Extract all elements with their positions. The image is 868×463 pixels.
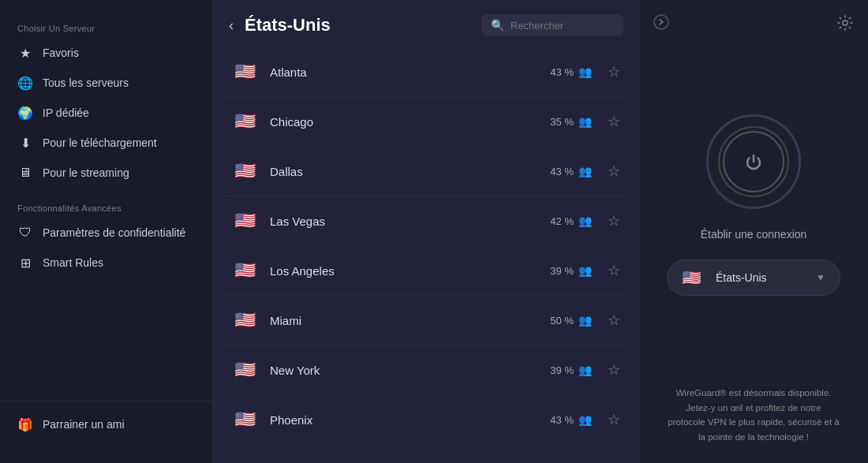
server-load: 43 % <box>550 414 574 426</box>
server-panel: ‹ États-Unis 🔍 🇺🇸 Atlanta 43 % 👥 ☆ 🇺🇸 Ch… <box>213 0 639 463</box>
server-flag: 🇺🇸 <box>230 107 259 136</box>
right-panel: Établir une connexion 🇺🇸 États-Unis ▼ Wi… <box>639 0 868 463</box>
server-flag: 🇺🇸 <box>230 58 259 86</box>
sidebar-section-advanced: Fonctionnalités Avancées <box>0 196 212 218</box>
back-chevron-icon: ‹ <box>229 17 234 34</box>
country-selector[interactable]: 🇺🇸 États-Unis ▼ <box>667 260 840 296</box>
arrow-right-icon <box>653 14 669 30</box>
users-icon: 👥 <box>578 65 592 78</box>
server-list: 🇺🇸 Atlanta 43 % 👥 ☆ 🇺🇸 Chicago 35 % 👥 ☆ … <box>213 47 639 463</box>
favorite-button[interactable]: ☆ <box>606 260 622 281</box>
sidebar-item-telechargement-label: Pour le téléchargement <box>43 136 157 149</box>
users-icon: 👥 <box>578 115 592 128</box>
sidebar-item-smart-rules[interactable]: ⊞ Smart Rules <box>0 248 212 278</box>
sidebar-section-choose-server: Choisir Un Serveur <box>0 16 212 38</box>
chevron-down-icon: ▼ <box>816 272 825 283</box>
sidebar-item-favoris[interactable]: ★ Favoris <box>0 38 212 68</box>
sidebar-item-telechargement[interactable]: ⬇ Pour le téléchargement <box>0 128 212 158</box>
sidebar-item-ip-dediee[interactable]: 🌍 IP dédiée <box>0 98 212 128</box>
server-row[interactable]: 🇺🇸 Las Vegas 42 % 👥 ☆ <box>221 196 631 246</box>
power-inner-ring <box>718 126 789 197</box>
sidebar-item-confidentialite-label: Paramètres de confidentialité <box>43 226 185 239</box>
gear-icon <box>836 14 854 32</box>
server-name: Miami <box>270 314 550 327</box>
country-name: États-Unis <box>716 271 808 284</box>
country-flag: 🇺🇸 <box>682 268 702 287</box>
sidebar-item-tous-serveurs-label: Tous les serveurs <box>43 77 129 89</box>
server-flag: 🇺🇸 <box>230 157 259 185</box>
favorite-button[interactable]: ☆ <box>606 310 622 330</box>
sidebar-item-smart-rules-label: Smart Rules <box>43 256 103 269</box>
search-input[interactable] <box>511 20 614 32</box>
server-load: 35 % <box>550 116 574 128</box>
globe2-icon: 🌍 <box>17 105 33 121</box>
sidebar-item-parrainer[interactable]: 🎁 Parrainer un ami <box>0 409 212 439</box>
star-icon: ★ <box>17 45 33 61</box>
gift-icon: 🎁 <box>17 416 33 432</box>
favorite-button[interactable]: ☆ <box>606 161 622 181</box>
wireguard-notice: WireGuard® est désormais disponible. Jet… <box>667 386 840 444</box>
users-icon: 👥 <box>578 264 592 277</box>
users-icon: 👥 <box>578 413 592 426</box>
sidebar: Choisir Un Serveur ★ Favoris 🌐 Tous les … <box>0 0 213 463</box>
server-load: 42 % <box>550 215 574 227</box>
server-flag: 🇺🇸 <box>230 207 259 235</box>
svg-point-1 <box>843 21 847 25</box>
favorite-button[interactable]: ☆ <box>606 360 622 380</box>
search-box: 🔍 <box>481 14 623 36</box>
favorite-button[interactable]: ☆ <box>606 62 622 82</box>
settings-button[interactable] <box>836 14 854 35</box>
svg-point-0 <box>654 15 668 29</box>
sidebar-item-streaming-label: Pour le streaming <box>43 166 129 179</box>
favorite-button[interactable]: ☆ <box>606 409 622 430</box>
sidebar-item-streaming[interactable]: 🖥 Pour le streaming <box>0 158 212 188</box>
sidebar-item-parrainer-label: Parrainer un ami <box>43 418 125 431</box>
connection-label: Établir une connexion <box>701 228 807 241</box>
server-load: 39 % <box>550 364 574 376</box>
users-icon: 👥 <box>578 165 592 177</box>
sidebar-item-favoris-label: Favoris <box>43 47 79 59</box>
server-name: Las Vegas <box>270 215 550 228</box>
server-row[interactable]: 🇺🇸 New York 39 % 👥 ☆ <box>221 345 631 395</box>
server-load: 43 % <box>550 66 574 78</box>
shield-icon: 🛡 <box>17 225 33 241</box>
power-button[interactable] <box>723 131 784 192</box>
power-section: Établir une connexion 🇺🇸 États-Unis ▼ <box>667 24 840 386</box>
server-row[interactable]: 🇺🇸 Phoenix 43 % 👥 ☆ <box>221 395 631 445</box>
power-icon <box>741 149 766 174</box>
panel-header: ‹ États-Unis 🔍 <box>213 0 639 47</box>
sidebar-item-tous-serveurs[interactable]: 🌐 Tous les serveurs <box>0 68 212 98</box>
power-ring <box>706 114 801 209</box>
server-load: 50 % <box>550 315 574 327</box>
server-load: 39 % <box>550 265 574 277</box>
server-name: Phoenix <box>270 413 550 427</box>
globe-icon: 🌐 <box>17 75 33 91</box>
server-name: New York <box>270 364 550 377</box>
server-row[interactable]: 🇺🇸 Miami 50 % 👥 ☆ <box>221 296 631 345</box>
server-name: Chicago <box>270 115 550 129</box>
sidebar-item-confidentialite[interactable]: 🛡 Paramètres de confidentialité <box>0 218 212 248</box>
users-icon: 👥 <box>578 364 592 376</box>
server-name: Dallas <box>270 165 550 178</box>
favorite-button[interactable]: ☆ <box>606 111 622 132</box>
back-button[interactable]: ‹ <box>229 17 234 34</box>
search-icon: 🔍 <box>491 19 504 32</box>
users-icon: 👥 <box>578 314 592 327</box>
forward-button[interactable] <box>653 14 669 34</box>
grid-icon: ⊞ <box>17 255 33 271</box>
server-load: 43 % <box>550 166 574 177</box>
server-name: Atlanta <box>270 65 550 79</box>
favorite-button[interactable]: ☆ <box>606 211 622 231</box>
server-row[interactable]: 🇺🇸 Los Angeles 39 % 👥 ☆ <box>221 246 631 296</box>
monitor-icon: 🖥 <box>17 165 33 181</box>
server-flag: 🇺🇸 <box>230 356 259 384</box>
server-row[interactable]: 🇺🇸 Atlanta 43 % 👥 ☆ <box>221 47 631 97</box>
server-flag: 🇺🇸 <box>230 306 259 334</box>
server-flag: 🇺🇸 <box>230 256 259 285</box>
server-name: Los Angeles <box>270 264 550 278</box>
sidebar-item-ip-dediee-label: IP dédiée <box>43 106 89 119</box>
server-row[interactable]: 🇺🇸 Chicago 35 % 👥 ☆ <box>221 97 631 147</box>
server-row[interactable]: 🇺🇸 Dallas 43 % 👥 ☆ <box>221 147 631 196</box>
download-icon: ⬇ <box>17 135 33 151</box>
users-icon: 👥 <box>578 215 592 227</box>
